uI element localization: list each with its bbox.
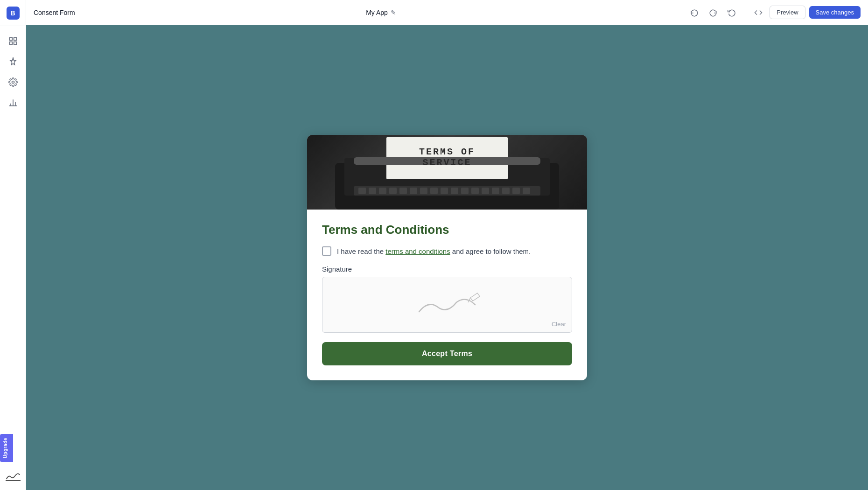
upgrade-button[interactable]: Upgrade	[0, 434, 13, 462]
history-button[interactable]	[724, 5, 739, 20]
pin-icon	[8, 57, 18, 66]
svg-rect-19	[420, 188, 427, 194]
svg-rect-27	[502, 188, 510, 194]
svg-rect-26	[492, 188, 499, 194]
signature-placeholder	[322, 277, 572, 332]
edit-app-name-icon[interactable]: ✎	[391, 9, 396, 16]
save-changes-button[interactable]: Save changes	[809, 6, 861, 19]
page-title: Consent Form	[34, 9, 75, 16]
typewriter-illustration: TERMS OF SERVICE	[307, 135, 587, 210]
redo-icon	[709, 8, 717, 17]
svg-rect-0	[9, 38, 12, 41]
form-hero: TERMS OF SERVICE	[307, 135, 587, 210]
undo-button[interactable]	[687, 5, 702, 20]
form-title: Terms and Conditions	[322, 223, 572, 237]
app-name: My App	[366, 9, 388, 16]
svg-rect-23	[461, 188, 469, 194]
topbar-center: My App ✎	[79, 9, 684, 16]
canvas: TERMS OF SERVICE Terms and Conditions I …	[26, 25, 868, 490]
svg-rect-9	[6, 480, 21, 481]
topbar-actions: Preview Save changes	[687, 5, 861, 20]
svg-text:SERVICE: SERVICE	[422, 157, 471, 168]
form-card: TERMS OF SERVICE Terms and Conditions I …	[307, 135, 587, 380]
sidebar-logo: B	[0, 0, 26, 26]
signature-scribble	[410, 291, 484, 319]
form-body: Terms and Conditions I have read the ter…	[307, 210, 587, 380]
chart-icon	[8, 98, 18, 107]
clear-signature-button[interactable]: Clear	[552, 321, 566, 328]
checkbox-label: I have read the terms and conditions and…	[337, 247, 531, 255]
topbar: Consent Form My App ✎	[26, 0, 868, 25]
sidebar: B	[0, 0, 26, 490]
terms-link[interactable]: terms and conditions	[385, 247, 450, 255]
undo-icon	[690, 8, 699, 17]
svg-rect-28	[512, 188, 520, 194]
svg-rect-24	[471, 188, 479, 194]
logo-icon: B	[7, 7, 20, 20]
svg-rect-20	[430, 188, 438, 194]
svg-rect-21	[441, 188, 448, 194]
sidebar-nav	[4, 26, 22, 490]
gear-icon	[8, 77, 18, 87]
code-button[interactable]	[751, 5, 766, 20]
sidebar-brand	[0, 469, 26, 485]
brand-logo	[6, 472, 21, 482]
accept-terms-button[interactable]: Accept Terms	[322, 342, 572, 365]
svg-rect-14	[369, 188, 376, 194]
main-area: Consent Form My App ✎	[26, 0, 868, 490]
svg-rect-29	[523, 188, 530, 194]
preview-button[interactable]: Preview	[770, 6, 805, 19]
svg-rect-3	[14, 42, 16, 45]
signature-label: Signature	[322, 265, 572, 273]
sidebar-item-grid[interactable]	[4, 32, 22, 50]
svg-rect-18	[410, 188, 417, 194]
svg-text:TERMS OF: TERMS OF	[419, 147, 475, 157]
svg-rect-22	[451, 188, 458, 194]
sidebar-item-chart[interactable]	[4, 93, 22, 112]
terms-checkbox-row: I have read the terms and conditions and…	[322, 246, 572, 256]
svg-rect-1	[14, 38, 16, 41]
svg-rect-13	[358, 188, 366, 194]
code-icon	[754, 8, 763, 17]
svg-rect-2	[9, 42, 12, 45]
svg-rect-15	[379, 188, 386, 194]
sidebar-item-pin[interactable]	[4, 52, 22, 71]
svg-point-4	[12, 81, 14, 84]
history-icon	[728, 8, 736, 17]
terms-checkbox[interactable]	[322, 246, 331, 256]
svg-rect-17	[399, 188, 407, 194]
signature-area[interactable]: Clear	[322, 277, 572, 333]
redo-button[interactable]	[706, 5, 721, 20]
svg-rect-16	[389, 188, 397, 194]
toolbar-divider	[745, 7, 745, 18]
sidebar-item-settings[interactable]	[4, 73, 22, 91]
svg-rect-25	[482, 188, 489, 194]
grid-icon	[8, 36, 18, 46]
